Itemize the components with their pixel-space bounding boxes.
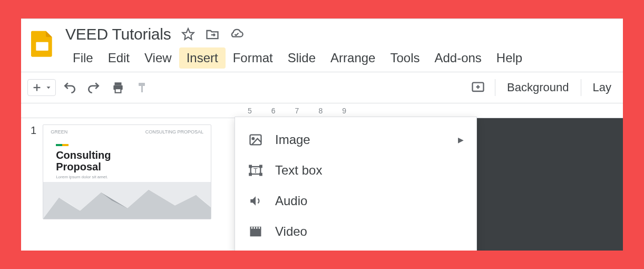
svg-rect-5 [115, 82, 122, 85]
slide-panel: 1 GREEN CONSULTING PROPOSAL Consulting P… [21, 118, 248, 251]
slide-number: 1 [31, 124, 36, 249]
audio-icon [248, 193, 264, 209]
redo-button[interactable] [83, 77, 104, 98]
insert-audio[interactable]: Audio [235, 186, 476, 216]
app-window: VEED Tutorials File Edit View Insert For… [21, 18, 623, 251]
new-slide-button[interactable] [27, 79, 56, 96]
add-comment-button[interactable] [467, 77, 489, 98]
dropdown-label: Video [275, 224, 307, 239]
menu-arrange[interactable]: Arrange [323, 47, 383, 69]
video-icon [248, 224, 264, 239]
toolbar-separator [581, 79, 581, 96]
cloud-saved-icon[interactable] [229, 27, 244, 42]
star-icon[interactable] [181, 27, 196, 42]
title-area: VEED Tutorials File Edit View Insert For… [65, 24, 623, 69]
document-title[interactable]: VEED Tutorials [65, 25, 171, 43]
insert-image[interactable]: Image ▶ [235, 124, 476, 155]
paint-format-button[interactable] [132, 77, 153, 98]
menu-slide[interactable]: Slide [280, 47, 323, 69]
print-button[interactable] [108, 77, 129, 98]
svg-rect-21 [260, 166, 262, 168]
insert-video[interactable]: Video [235, 216, 476, 247]
menu-edit[interactable]: Edit [101, 47, 137, 69]
svg-rect-24 [250, 228, 261, 236]
insert-dropdown: Image ▶ T Text box Audio Video [235, 117, 477, 251]
menu-addons[interactable]: Add-ons [427, 47, 489, 69]
toolbar-separator [495, 79, 495, 96]
svg-rect-7 [115, 89, 121, 93]
menu-insert[interactable]: Insert [179, 47, 226, 69]
menu-format[interactable]: Format [226, 47, 280, 69]
layout-button[interactable]: Lay [588, 81, 617, 94]
undo-button[interactable] [59, 77, 80, 98]
menu-tools[interactable]: Tools [383, 47, 427, 69]
svg-rect-23 [260, 174, 262, 176]
insert-textbox[interactable]: T Text box [235, 155, 476, 186]
svg-rect-29 [259, 227, 260, 229]
svg-rect-9 [141, 86, 143, 92]
svg-rect-27 [254, 227, 255, 229]
svg-rect-0 [36, 42, 48, 51]
dropdown-label: Text box [275, 163, 322, 178]
svg-rect-28 [256, 227, 257, 229]
svg-rect-8 [139, 83, 145, 86]
move-folder-icon[interactable] [205, 27, 220, 42]
svg-rect-26 [251, 227, 252, 229]
slide-thumbnail[interactable]: GREEN CONSULTING PROPOSAL Consulting Pro… [43, 124, 211, 219]
svg-marker-1 [182, 28, 194, 40]
svg-rect-20 [249, 166, 251, 168]
horizontal-ruler: 5 6 7 8 9 [21, 103, 623, 118]
toolbar: Background Lay [21, 72, 623, 103]
titlebar: VEED Tutorials File Edit View Insert For… [21, 19, 623, 69]
menu-file[interactable]: File [65, 47, 101, 69]
menubar: File Edit View Insert Format Slide Arran… [65, 47, 623, 69]
svg-marker-4 [47, 87, 51, 89]
textbox-icon: T [248, 162, 264, 178]
dropdown-label: Image [275, 132, 310, 147]
svg-point-17 [252, 138, 255, 140]
slides-logo-icon[interactable] [27, 28, 57, 58]
thumb-subtitle: Lorem ipsum dolor sit amet. [43, 172, 211, 179]
image-icon [248, 132, 264, 148]
menu-view[interactable]: View [137, 47, 179, 69]
title-row: VEED Tutorials [65, 25, 623, 43]
dropdown-label: Audio [275, 194, 307, 208]
chevron-down-icon [45, 84, 52, 91]
thumb-title: Consulting Proposal [43, 146, 211, 172]
mountain-image [43, 182, 211, 219]
svg-rect-22 [249, 174, 251, 176]
chevron-right-icon: ▶ [458, 136, 464, 144]
menu-help[interactable]: Help [489, 47, 530, 69]
background-button[interactable]: Background [502, 81, 574, 94]
svg-text:T: T [253, 167, 258, 175]
